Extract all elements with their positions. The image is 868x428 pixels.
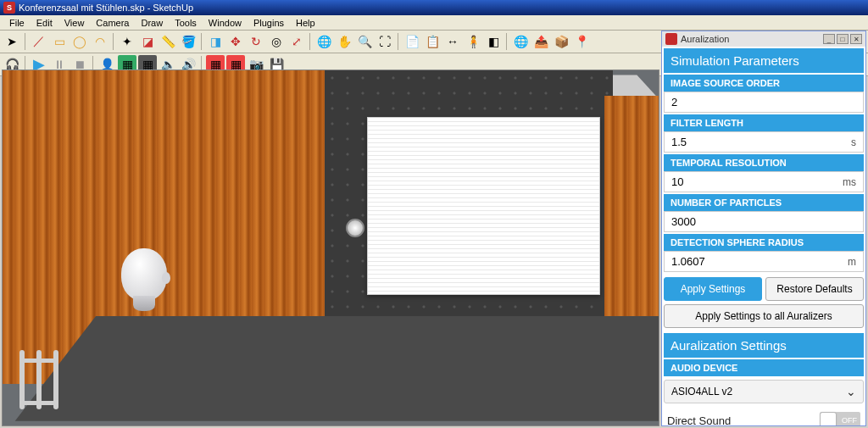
window-title: Konferenzsaal mit Stühlen.skp - SketchUp <box>19 3 193 13</box>
panel-body: Simulation Parameters IMAGE SOURCE ORDER… <box>662 47 865 425</box>
head-ear <box>162 272 170 284</box>
select-tool-icon[interactable]: ➤ <box>3 32 21 51</box>
push-pull-icon[interactable]: ◨ <box>206 32 225 51</box>
paint-bucket-icon[interactable]: 🪣 <box>179 32 198 51</box>
sketchup-logo-icon: S <box>3 2 15 14</box>
projection-screen <box>367 117 600 295</box>
line-tool-icon[interactable]: ／ <box>30 32 48 51</box>
menu-tools[interactable]: Tools <box>169 16 203 30</box>
move-tool-icon[interactable]: ✥ <box>226 32 245 51</box>
menu-file[interactable]: File <box>3 16 31 30</box>
panel-logo-icon <box>665 33 677 45</box>
menu-draw[interactable]: Draw <box>135 16 169 30</box>
separator <box>25 33 26 50</box>
arc-tool-icon[interactable]: ◠ <box>91 32 109 51</box>
detection-sphere-radius-field[interactable] <box>671 255 848 268</box>
image-source-order-field[interactable] <box>671 96 856 108</box>
share-model-icon[interactable]: 📤 <box>531 32 550 51</box>
label-direct-sound: Direct Sound <box>667 414 820 426</box>
person-icon[interactable]: 🧍 <box>464 32 482 51</box>
pan-tool-icon[interactable]: ✋ <box>335 32 353 51</box>
panel-title-text: Auralization <box>681 34 729 44</box>
warehouse-icon[interactable]: 🌐 <box>511 32 530 51</box>
3d-viewport[interactable] <box>2 69 659 426</box>
unit: ms <box>843 176 856 188</box>
input-temporal-resolution[interactable]: ms <box>664 171 864 192</box>
title-bar: S Konferenzsaal mit Stühlen.skp - Sketch… <box>0 0 868 15</box>
menu-view[interactable]: View <box>58 16 91 30</box>
label-image-source-order: IMAGE SOURCE ORDER <box>664 75 864 92</box>
label-temporal-resolution: TEMPORAL RESOLUTION <box>664 154 864 171</box>
input-image-source-order[interactable] <box>664 92 864 113</box>
head-skull <box>121 248 167 301</box>
scale-tool-icon[interactable]: ⤢ <box>287 32 306 51</box>
conference-table <box>15 316 659 421</box>
minimize-button[interactable]: _ <box>823 34 835 44</box>
chair-model <box>19 350 87 418</box>
separator <box>506 33 508 50</box>
toggle-direct-sound[interactable]: OFF <box>820 412 860 425</box>
audio-device-dropdown[interactable]: ASIO4ALL v2 ⌄ <box>664 380 864 403</box>
chevron-down-icon: ⌄ <box>846 385 856 398</box>
menu-bar: File Edit View Camera Draw Tools Window … <box>0 15 868 31</box>
temporal-resolution-field[interactable] <box>671 175 843 188</box>
rotate-tool-icon[interactable]: ↻ <box>247 32 265 51</box>
menu-plugins[interactable]: Plugins <box>248 16 290 30</box>
component-icon[interactable]: ✦ <box>118 32 136 51</box>
section-auralization-settings: Auralization Settings <box>664 333 864 358</box>
section-simulation-parameters: Simulation Parameters <box>664 48 864 73</box>
rectangle-tool-icon[interactable]: ▭ <box>50 32 69 51</box>
circle-tool-icon[interactable]: ◯ <box>70 32 89 51</box>
label-number-of-particles: NUMBER OF PARTICLES <box>664 194 864 211</box>
orbit-tool-icon[interactable]: 🌐 <box>314 32 333 51</box>
separator <box>113 33 114 50</box>
separator <box>398 33 399 50</box>
listener-head-model <box>121 248 172 316</box>
close-button[interactable]: ✕ <box>850 34 862 44</box>
section-plane-icon[interactable]: ◧ <box>484 32 503 51</box>
menu-window[interactable]: Window <box>203 16 248 30</box>
separator <box>201 33 203 50</box>
filter-length-field[interactable] <box>671 136 851 148</box>
separator <box>309 33 311 50</box>
audio-device-value: ASIO4ALL v2 <box>671 386 732 397</box>
wood-wall-right <box>604 96 659 325</box>
input-filter-length[interactable]: s <box>664 131 864 153</box>
add-location-icon[interactable]: 📍 <box>572 32 591 51</box>
toggle-knob <box>821 413 836 425</box>
layers-icon[interactable]: 📄 <box>403 32 421 51</box>
unit: s <box>851 136 856 148</box>
toggle-row-direct-sound: Direct Sound OFF <box>664 407 864 425</box>
apply-settings-button[interactable]: Apply Settings <box>664 277 762 301</box>
tape-measure-icon[interactable]: 📏 <box>159 32 177 51</box>
dimensions-icon[interactable]: ↔ <box>443 32 462 51</box>
eraser-tool-icon[interactable]: ◪ <box>138 32 157 51</box>
restore-defaults-button[interactable]: Restore Defaults <box>765 277 864 301</box>
label-audio-device: AUDIO DEVICE <box>664 359 864 376</box>
head-neck <box>133 296 155 311</box>
input-number-of-particles[interactable] <box>664 211 864 232</box>
number-of-particles-field[interactable] <box>671 215 856 228</box>
label-filter-length: FILTER LENGTH <box>664 114 864 131</box>
unit: m <box>848 256 856 268</box>
zoom-tool-icon[interactable]: 🔍 <box>355 32 374 51</box>
toggle-state: OFF <box>842 416 857 425</box>
input-detection-sphere-radius[interactable]: m <box>664 251 864 272</box>
auralization-panel: Auralization _ □ ✕ Simulation Parameters… <box>661 31 866 426</box>
apply-all-auralizers-button[interactable]: Apply Settings to all Auralizers <box>664 304 864 328</box>
menu-edit[interactable]: Edit <box>31 16 58 30</box>
menu-camera[interactable]: Camera <box>90 16 135 30</box>
zoom-extents-icon[interactable]: ⛶ <box>376 32 394 51</box>
menu-help[interactable]: Help <box>290 16 321 30</box>
outliner-icon[interactable]: 📋 <box>423 32 442 51</box>
offset-tool-icon[interactable]: ◎ <box>267 32 286 51</box>
label-detection-sphere-radius: DETECTION SPHERE RADIUS <box>664 234 864 251</box>
panel-titlebar[interactable]: Auralization _ □ ✕ <box>662 31 865 47</box>
maximize-button[interactable]: □ <box>837 34 849 44</box>
extensions-icon[interactable]: 📦 <box>552 32 570 51</box>
wall-knob-icon <box>346 219 364 237</box>
